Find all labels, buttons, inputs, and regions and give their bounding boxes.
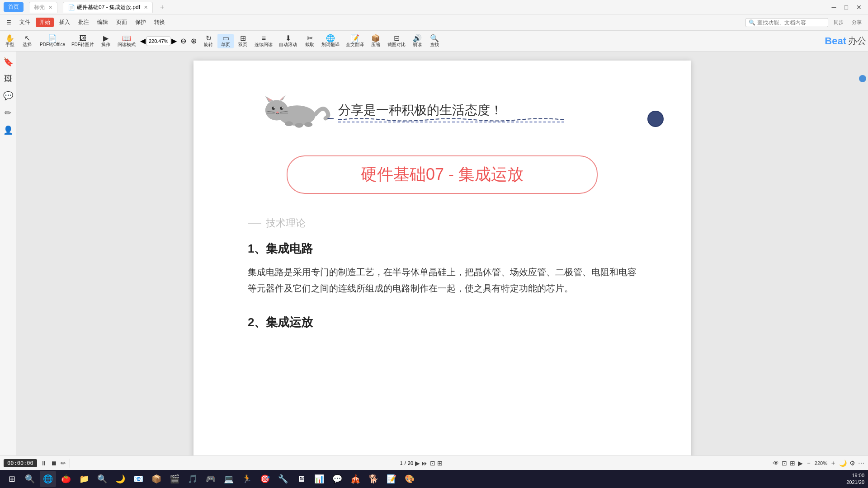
operate-button[interactable]: ▶ 操作 — [98, 34, 114, 48]
user-icon[interactable]: 👤 — [1, 123, 15, 137]
menu-insert[interactable]: 插入 — [57, 18, 73, 27]
section-dash — [248, 223, 261, 224]
comment-icon[interactable]: 💬 — [1, 89, 15, 103]
pdf-to-image-button[interactable]: 🖼 PDF转图片 — [69, 34, 97, 48]
taskbar-item-12[interactable]: 🔧 — [275, 471, 291, 487]
menu-file[interactable]: 文件 — [17, 18, 33, 27]
taskbar-item-5[interactable]: 📦 — [148, 471, 165, 487]
tab-pdf[interactable]: 📄 硬件基础07 - 集成运放.pdf ✕ — [63, 2, 153, 13]
find-button[interactable]: 🔍 查找 — [426, 34, 443, 48]
translate-button[interactable]: 🌐 划词翻译 — [319, 34, 342, 48]
hand-tool-button[interactable]: ✋ 手型 — [2, 34, 18, 48]
stop-button[interactable]: ⏹ — [51, 460, 57, 467]
taskbar-search[interactable]: 🔍 — [22, 471, 38, 487]
brand-area: Beat 办公 — [825, 35, 866, 47]
pdf-to-office-button[interactable]: 📄 PDF转Office — [37, 34, 68, 48]
sync-button[interactable]: 同步 — [831, 18, 846, 27]
eye-icon[interactable]: 👁 — [773, 460, 779, 467]
taskbar-browser[interactable]: 🌐 — [40, 471, 56, 487]
extract-button[interactable]: ✂ 截取 — [302, 34, 318, 48]
read-mode-button[interactable]: 📖 阅读模式 — [115, 34, 138, 48]
tab-pdf-close[interactable]: ✕ — [144, 5, 148, 10]
bookmark-icon[interactable]: 🔖 — [1, 55, 15, 69]
menu-page[interactable]: 页面 — [113, 18, 130, 27]
taskbar-item-17[interactable]: 🐕 — [365, 471, 382, 487]
taskbar-item-18[interactable]: 📝 — [383, 471, 400, 487]
menu-icon[interactable]: ☰ — [4, 19, 14, 27]
zoom-minus-bottom[interactable]: － — [806, 459, 812, 467]
taskbar-item-4[interactable]: 📧 — [130, 471, 146, 487]
taskbar-item-3[interactable]: 🌙 — [112, 471, 128, 487]
taskbar-time: 19:002021/20 — [846, 472, 864, 486]
scroll-indicator[interactable] — [859, 74, 866, 82]
zoom-in-button[interactable]: ⊕ — [189, 36, 198, 46]
close-button[interactable]: ✕ — [854, 4, 864, 11]
annotation-icon[interactable]: ✏ — [3, 106, 13, 120]
taskbar-item-8[interactable]: 🎮 — [203, 471, 219, 487]
taskbar-item-2[interactable]: 🔍 — [94, 471, 110, 487]
moon-icon[interactable]: 🌙 — [839, 460, 847, 467]
taskbar-item-9[interactable]: 💻 — [221, 471, 237, 487]
cat-svg — [252, 90, 334, 131]
maximize-button[interactable]: □ — [842, 4, 851, 11]
zoom-out-button[interactable]: ⊖ — [179, 36, 188, 46]
taskbar-files[interactable]: 📁 — [76, 471, 92, 487]
layout-icon[interactable]: ⊞ — [790, 460, 795, 467]
single-page-button[interactable]: ▭ 单页 — [217, 34, 234, 48]
title-bar-right: ─ □ ✕ — [829, 4, 864, 11]
menu-toolbar: ☰ 文件 开始 插入 批注 编辑 页面 保护 转换 🔍 同步 分享 — [0, 14, 868, 31]
zoom-plus-bottom[interactable]: ＋ — [830, 459, 836, 467]
menu-annotate[interactable]: 批注 — [75, 18, 92, 27]
start-button[interactable]: 开始 — [36, 18, 54, 27]
last-page-button[interactable]: ⏭ — [422, 460, 428, 467]
tab-biake[interactable]: 标壳 ✕ — [29, 2, 57, 13]
taskbar-item-14[interactable]: 📊 — [311, 471, 327, 487]
thumbnail-icon[interactable]: 🖼 — [2, 72, 14, 85]
menu-convert[interactable]: 转换 — [151, 18, 168, 27]
taskbar-item-13[interactable]: 🖥 — [293, 471, 309, 487]
next-page-nav-button[interactable]: ▶ — [415, 460, 420, 467]
fulltext-translate-button[interactable]: 📝 全文翻译 — [343, 34, 367, 48]
settings-icon[interactable]: ⚙ — [849, 460, 855, 467]
taskbar-item-1[interactable]: 🍅 — [58, 471, 74, 487]
tab-biake-close[interactable]: ✕ — [48, 5, 52, 10]
prev-page-button[interactable]: ◀ — [140, 37, 146, 45]
compress-button[interactable]: 📦 压缩 — [368, 34, 384, 48]
tab-add-button[interactable]: + — [160, 3, 164, 11]
play-pause-button[interactable]: ⏸ — [41, 460, 47, 467]
read-aloud-button[interactable]: 🔊 朗读 — [409, 34, 425, 48]
rotate-button[interactable]: ↻ 旋转 — [200, 34, 217, 48]
taskbar-item-19[interactable]: 🎨 — [401, 471, 418, 487]
search-box[interactable]: 🔍 — [745, 18, 828, 27]
continuous-read-button[interactable]: ≡ 连续阅读 — [252, 34, 275, 48]
next-page-button[interactable]: ▶ — [171, 37, 177, 45]
minimize-button[interactable]: ─ — [829, 4, 839, 11]
menu-edit[interactable]: 编辑 — [94, 18, 111, 27]
taskbar-item-11[interactable]: 🎯 — [257, 471, 273, 487]
taskbar-item-6[interactable]: 🎬 — [166, 471, 183, 487]
svg-point-15 — [285, 121, 293, 126]
select-tool-button[interactable]: ↖ 选择 — [19, 34, 35, 48]
taskbar-item-7[interactable]: 🎵 — [184, 471, 201, 487]
fit-icon[interactable]: ⊡ — [782, 460, 787, 467]
pen-button[interactable]: ✏ — [61, 460, 66, 467]
taskbar-item-15[interactable]: 💬 — [329, 471, 345, 487]
double-page-button[interactable]: ⊞ 双页 — [235, 34, 251, 48]
taskbar-item-16[interactable]: 🎪 — [347, 471, 363, 487]
book-icon: 📖 — [122, 35, 131, 42]
content-opamp: 2、集成运放 — [248, 314, 637, 330]
taskbar-item-10[interactable]: 🏃 — [239, 471, 255, 487]
taskbar-start[interactable]: ⊞ — [4, 471, 20, 487]
play-icon[interactable]: ▶ — [798, 460, 803, 467]
title-box: 硬件基础07 - 集成运放 — [287, 155, 598, 194]
home-button[interactable]: 首页 — [4, 2, 24, 12]
more-icon[interactable]: ⋯ — [858, 460, 864, 467]
split-button[interactable]: 分享 — [849, 18, 864, 27]
auto-scroll-button[interactable]: ⬇ 自动滚动 — [276, 34, 300, 48]
brand-name: 办公 — [848, 35, 866, 47]
search-input[interactable] — [757, 19, 825, 26]
compare-button[interactable]: ⊟ 截图对比 — [385, 34, 408, 48]
page-view-button-2[interactable]: ⊞ — [437, 460, 443, 467]
page-view-button-1[interactable]: ⊡ — [430, 460, 435, 467]
menu-protect[interactable]: 保护 — [132, 18, 149, 27]
